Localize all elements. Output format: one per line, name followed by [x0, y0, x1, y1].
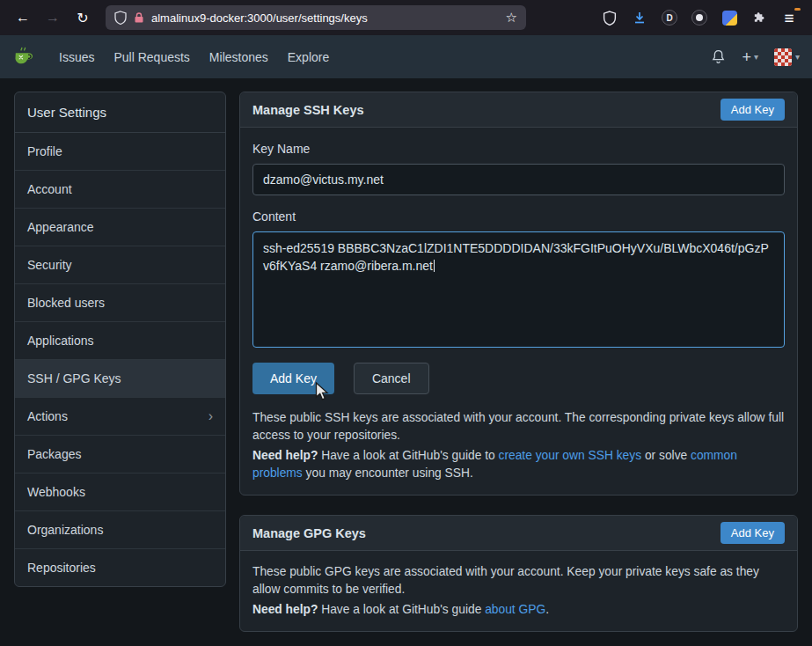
create-new-button[interactable]: + ▾ — [742, 49, 758, 65]
ssh-help-line2: Need help? Have a look at GitHub's guide… — [252, 447, 785, 482]
chevron-right-icon: › — [208, 409, 213, 423]
sidebar-item-label: Applications — [27, 334, 94, 348]
ssh-card-body: Key Name Content ssh-ed25519 BBBBC3NzaC1… — [240, 128, 797, 495]
nav-item-milestones[interactable]: Milestones — [200, 43, 278, 71]
sidebar-item-blocked-users[interactable]: Blocked users — [15, 284, 225, 322]
nav-item-explore[interactable]: Explore — [278, 43, 339, 71]
sidebar-item-label: Blocked users — [27, 296, 105, 310]
gpg-card-header: Manage GPG Keys Add Key — [240, 516, 797, 551]
sidebar-item-label: Account — [27, 182, 72, 196]
page-content: User Settings Profile Account Appearance… — [0, 78, 812, 645]
sidebar-item-label: Profile — [27, 144, 62, 158]
darkreader-badge: D — [662, 10, 677, 26]
ssh-add-key-header-button[interactable]: Add Key — [721, 99, 785, 121]
screen: ← → ↻ almalinux9-docker:3000/user/settin… — [0, 0, 812, 646]
help-segment: Have a look at GitHub's guide — [318, 603, 485, 616]
key-name-label: Key Name — [252, 142, 785, 156]
notifications-bell-icon[interactable] — [711, 49, 726, 64]
sidebar-item-security[interactable]: Security — [15, 246, 225, 284]
download-icon[interactable] — [625, 4, 654, 31]
gpg-help-line2: Need help? Have a look at GitHub's guide… — [252, 601, 785, 619]
nav-item-pull-requests[interactable]: Pull Requests — [104, 43, 199, 71]
sidebar-item-actions[interactable]: Actions› — [15, 398, 225, 436]
ssh-help-line1: These public SSH keys are associated wit… — [252, 409, 785, 444]
sidebar-item-account[interactable]: Account — [15, 171, 225, 209]
sidebar-title: User Settings — [15, 92, 225, 133]
menu-notification-dot — [794, 8, 801, 11]
help-segment: Have a look at GitHub's guide to — [318, 449, 498, 462]
toolbar-extensions: D ≡ — [596, 4, 803, 31]
mouse-cursor — [315, 382, 331, 403]
ssh-card-header: Manage SSH Keys Add Key — [240, 92, 797, 128]
sidebar-item-label: Appearance — [27, 220, 94, 234]
app-navbar: Issues Pull Requests Milestones Explore … — [0, 35, 812, 78]
plus-icon: + — [742, 49, 751, 65]
sidebar-item-label: Webhooks — [27, 485, 85, 499]
caret-down-icon: ▾ — [795, 52, 800, 62]
gpg-card-body: These public GPG keys are associated wit… — [240, 551, 797, 631]
avatar — [774, 48, 792, 66]
sidebar-item-repositories[interactable]: Repositories — [15, 549, 225, 586]
forward-button[interactable]: → — [39, 4, 67, 31]
ssh-keys-card: Manage SSH Keys Add Key Key Name Content… — [239, 92, 798, 496]
browser-toolbar: ← → ↻ almalinux9-docker:3000/user/settin… — [0, 0, 812, 35]
need-help-label: Need help? — [252, 603, 318, 616]
refresh-button[interactable]: ↻ — [69, 4, 97, 31]
bookmark-star-icon[interactable]: ☆ — [506, 10, 517, 26]
key-name-input[interactable] — [252, 164, 785, 195]
shield-extension-icon[interactable] — [596, 4, 624, 31]
create-ssh-keys-link[interactable]: create your own SSH keys — [498, 449, 641, 462]
content-text: ssh-ed25519 BBBBC3NzaC1lZDI1NTE5DDDDIDAN… — [263, 241, 769, 273]
settings-sidebar: User Settings Profile Account Appearance… — [14, 92, 226, 587]
tracking-protection-shield-icon[interactable] — [114, 11, 127, 25]
nav-item-issues[interactable]: Issues — [49, 43, 104, 71]
forward-icon: → — [46, 10, 60, 26]
darkreader-extension-icon[interactable]: D — [655, 4, 684, 31]
extension-glyph — [696, 14, 703, 21]
content-textarea[interactable]: ssh-ed25519 BBBBC3NzaC1lZDI1NTE5DDDDIDAN… — [252, 231, 785, 348]
need-help-label: Need help? — [252, 449, 318, 462]
caret-down-icon: ▾ — [754, 52, 758, 62]
darkreader-letter: D — [666, 13, 672, 23]
form-actions: Add Key Cancel — [252, 363, 785, 394]
back-icon: ← — [16, 10, 30, 26]
sidebar-item-label: Repositories — [27, 561, 96, 575]
sidebar-item-label: Security — [27, 258, 72, 272]
sidebar-item-applications[interactable]: Applications — [15, 322, 225, 360]
extension-circle-icon[interactable] — [685, 4, 713, 31]
back-button[interactable]: ← — [9, 4, 37, 31]
text-caret — [434, 260, 435, 272]
password-manager-extension-icon[interactable] — [715, 4, 743, 31]
help-segment: . — [545, 603, 549, 616]
extension-badge — [691, 10, 707, 26]
user-menu-button[interactable]: ▾ — [774, 48, 800, 66]
sidebar-item-label: SSH / GPG Keys — [27, 371, 121, 385]
sidebar-item-packages[interactable]: Packages — [15, 436, 225, 473]
ssh-card-title: Manage SSH Keys — [252, 103, 364, 117]
sidebar-item-label: Packages — [27, 447, 81, 461]
sidebar-item-ssh-gpg-keys[interactable]: SSH / GPG Keys — [15, 360, 225, 398]
connection-lock-icon[interactable] — [134, 11, 144, 24]
sidebar-item-webhooks[interactable]: Webhooks — [15, 473, 225, 511]
gitea-logo-icon[interactable] — [12, 46, 35, 69]
about-gpg-link[interactable]: about GPG — [485, 603, 545, 616]
sidebar-item-profile[interactable]: Profile — [15, 133, 225, 171]
menu-icon: ≡ — [784, 10, 794, 26]
cancel-button[interactable]: Cancel — [354, 363, 429, 394]
extensions-puzzle-icon[interactable] — [745, 4, 773, 31]
hamburger-menu-button[interactable]: ≡ — [775, 4, 803, 31]
sidebar-item-label: Organizations — [27, 523, 103, 537]
main-column: Manage SSH Keys Add Key Key Name Content… — [239, 92, 798, 632]
content-label: Content — [252, 209, 785, 224]
url-bar[interactable]: almalinux9-docker:3000/user/settings/key… — [106, 5, 526, 30]
url-text: almalinux9-docker:3000/user/settings/key… — [151, 11, 499, 25]
sidebar-item-organizations[interactable]: Organizations — [15, 511, 225, 549]
sidebar-item-label: Actions — [27, 409, 68, 423]
extension-color-badge — [722, 11, 737, 26]
refresh-icon: ↻ — [77, 10, 88, 26]
sidebar-item-appearance[interactable]: Appearance — [15, 209, 225, 246]
gpg-card-title: Manage GPG Keys — [252, 526, 366, 540]
navbar-right: + ▾ ▾ — [711, 48, 800, 66]
help-segment: you may encounter using SSH. — [303, 466, 473, 480]
gpg-add-key-header-button[interactable]: Add Key — [721, 522, 785, 544]
